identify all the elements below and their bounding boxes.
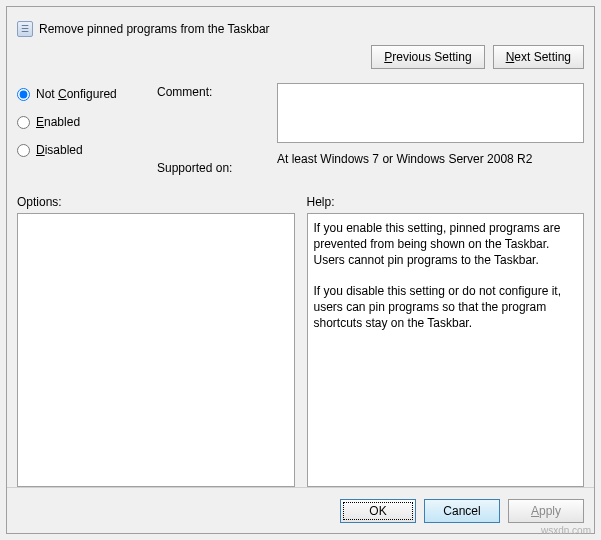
help-box[interactable]: If you enable this setting, pinned progr… [307, 213, 585, 487]
field-labels: Comment: Supported on: [157, 83, 277, 179]
radio-not-configured-input[interactable] [17, 88, 30, 101]
dialog-footer: OK Cancel Apply [7, 487, 594, 533]
help-paragraph-2: If you disable this setting or do not co… [314, 283, 578, 332]
help-pane: Help: If you enable this setting, pinned… [307, 195, 585, 487]
radio-not-configured[interactable]: Not Configured [17, 87, 157, 101]
previous-setting-button[interactable]: Previous Setting [371, 45, 484, 69]
policy-dialog: ☰ Remove pinned programs from the Taskba… [6, 6, 595, 534]
radio-disabled[interactable]: Disabled [17, 143, 157, 157]
options-label: Options: [17, 195, 295, 209]
nav-buttons: Previous Setting Next Setting [17, 45, 584, 69]
apply-button[interactable]: Apply [508, 499, 584, 523]
policy-title: Remove pinned programs from the Taskbar [39, 22, 270, 36]
title-bar: ☰ Remove pinned programs from the Taskba… [17, 17, 584, 41]
help-paragraph-1: If you enable this setting, pinned progr… [314, 220, 578, 269]
supported-on-label: Supported on: [157, 157, 277, 179]
watermark: wsxdn.com [541, 525, 591, 536]
help-label: Help: [307, 195, 585, 209]
policy-icon: ☰ [17, 21, 33, 37]
supported-on-text: At least Windows 7 or Windows Server 200… [277, 146, 584, 168]
ok-button[interactable]: OK [340, 499, 416, 523]
options-box[interactable] [17, 213, 295, 487]
state-radio-group: Not Configured Enabled Disabled [17, 83, 157, 179]
comment-label: Comment: [157, 83, 277, 143]
radio-enabled[interactable]: Enabled [17, 115, 157, 129]
radio-enabled-input[interactable] [17, 116, 30, 129]
cancel-button[interactable]: Cancel [424, 499, 500, 523]
comment-input[interactable] [277, 83, 584, 143]
next-setting-button[interactable]: Next Setting [493, 45, 584, 69]
options-pane: Options: [17, 195, 295, 487]
radio-disabled-input[interactable] [17, 144, 30, 157]
